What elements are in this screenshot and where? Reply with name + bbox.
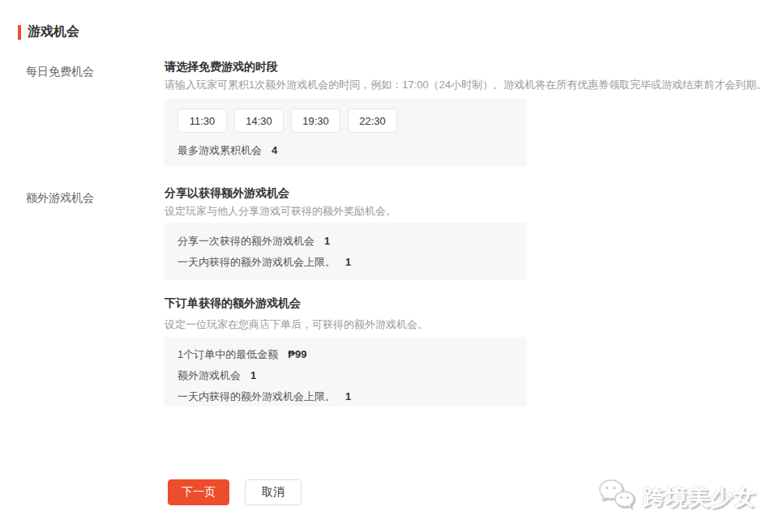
field-share-daily-cap: 一天内获得的额外游戏机会上限。1 — [177, 252, 514, 273]
section-desc-share: 设定玩家与他人分享游戏可获得的额外奖励机会。 — [165, 204, 396, 219]
watermark-text: 跨境美少女 — [643, 483, 756, 512]
field-max-accumulated: 最多游戏累积机会4 — [177, 140, 514, 161]
accent-bar — [18, 25, 21, 40]
section-title-order: 下订单获得的额外游戏机会 — [165, 296, 301, 311]
field-label: 分享一次获得的额外游戏机会 — [177, 235, 314, 247]
side-label-daily-free: 每日免费机会 — [26, 65, 94, 79]
side-label-extra: 额外游戏机会 — [26, 191, 94, 206]
section-desc-order: 设定一位玩家在您商店下单后，可获得的额外游戏机会。 — [165, 317, 428, 332]
field-min-order-amount: 1个订单中的最低金额₱99 — [177, 344, 514, 365]
time-slot-button[interactable]: 22:30 — [348, 109, 397, 133]
field-label: 一天内获得的额外游戏机会上限。 — [177, 256, 336, 268]
watermark: 跨境美少女 — [597, 478, 756, 517]
field-value: 1 — [345, 390, 351, 402]
time-slot-button[interactable]: 11:30 — [177, 109, 227, 133]
order-panel: 1个订单中的最低金额₱99 额外游戏机会1 一天内获得的额外游戏机会上限。1 — [165, 337, 527, 406]
time-slots-panel: 11:30 14:30 19:30 22:30 最多游戏累积机会4 — [165, 99, 527, 166]
footer-actions: 下一页 取消 — [168, 479, 301, 505]
time-slot-button[interactable]: 14:30 — [234, 109, 284, 133]
field-value: 1 — [250, 369, 256, 381]
time-slot-row: 11:30 14:30 19:30 22:30 — [177, 109, 514, 133]
share-panel: 分享一次获得的额外游戏机会1 一天内获得的额外游戏机会上限。1 — [165, 223, 527, 279]
next-page-button[interactable]: 下一页 — [168, 479, 229, 505]
field-label: 1个订单中的最低金额 — [177, 348, 278, 360]
wechat-icon — [597, 478, 636, 517]
field-value: 4 — [272, 144, 277, 156]
field-order-daily-cap: 一天内获得的额外游戏机会上限。1 — [177, 386, 514, 407]
section-title-time-slots: 请选择免费游戏的时段 — [165, 60, 278, 74]
section-desc-time-slots: 请输入玩家可累积1次额外游戏机会的时间，例如：17:00（24小时制）。游戏机将… — [165, 78, 767, 92]
field-value: 1 — [324, 235, 330, 247]
cancel-button[interactable]: 取消 — [245, 479, 301, 505]
field-extra-chances: 额外游戏机会1 — [177, 365, 514, 386]
page-title: 游戏机会 — [28, 23, 79, 40]
time-slot-button[interactable]: 19:30 — [291, 109, 340, 133]
field-label: 额外游戏机会 — [177, 369, 241, 381]
field-value: 1 — [345, 256, 351, 268]
field-value: ₱99 — [288, 348, 306, 360]
field-label: 最多游戏累积机会 — [177, 144, 262, 156]
field-label: 一天内获得的额外游戏机会上限。 — [177, 390, 336, 402]
page-header: 游戏机会 — [18, 23, 79, 40]
game-opportunity-page: 游戏机会 每日免费机会 额外游戏机会 请选择免费游戏的时段 请输入玩家可累积1次… — [0, 0, 774, 532]
section-title-share: 分享以获得额外游戏机会 — [165, 186, 289, 201]
field-share-once: 分享一次获得的额外游戏机会1 — [177, 231, 514, 252]
